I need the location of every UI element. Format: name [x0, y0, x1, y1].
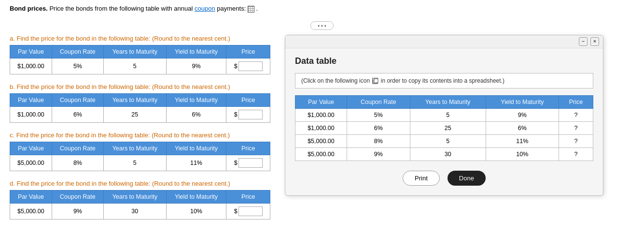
modal-cell-par_value: $5,000.00 [295, 134, 347, 147]
modal-cell-price: ? [559, 134, 593, 147]
modal-cell-price: ? [559, 147, 593, 161]
price-cell-b: $ [226, 106, 270, 122]
section-a-label: a. Find the price for the bond in the fo… [10, 35, 270, 42]
modal-cell-yield_to_maturity: 9% [486, 108, 559, 121]
modal-cell-coupon_rate: 5% [347, 108, 410, 121]
ellipsis-bar: • • • [10, 21, 634, 30]
modal-cell-price: ? [559, 121, 593, 134]
intro-text2: payments: [217, 5, 246, 12]
par-value-d: $5,000.00 [10, 203, 52, 219]
header-years-maturity-d: Years to Maturity [104, 190, 167, 203]
modal-cell-price: ? [559, 108, 593, 121]
intro-text: Price the bonds from the following table… [49, 5, 195, 12]
table-row: $5,000.008%511%? [295, 134, 593, 147]
years-maturity-a: 5 [104, 58, 167, 74]
modal-cell-years_to_maturity: 5 [410, 108, 486, 121]
table-row: $1,000.005%59%? [295, 108, 593, 121]
grid-icon[interactable] [248, 6, 254, 13]
modal-cell-coupon_rate: 9% [347, 147, 410, 161]
data-table-modal: − × Data table (Click on the following i… [285, 35, 603, 196]
price-input-b[interactable] [238, 110, 263, 119]
modal-header-coupon-rate: Coupon Rate [347, 95, 410, 108]
table-a: Par Value Coupon Rate Years to Maturity … [10, 45, 270, 74]
coupon-rate-d: 9% [52, 203, 103, 219]
par-value-a: $1,000.00 [10, 58, 52, 74]
modal-cell-years_to_maturity: 5 [410, 134, 486, 147]
copy-icon [372, 78, 378, 84]
section-d: d. Find the price for the bond in the fo… [10, 180, 270, 220]
modal-header-yield-maturity: Yield to Maturity [486, 95, 559, 108]
modal-cell-yield_to_maturity: 11% [486, 134, 559, 147]
data-table: Par Value Coupon Rate Years to Maturity … [295, 95, 593, 161]
years-maturity-c: 5 [104, 155, 167, 171]
header-par-value-d: Par Value [10, 190, 52, 203]
table-row: $5,000.009%3010%? [295, 147, 593, 161]
coupon-rate-a: 5% [52, 58, 103, 74]
table-c: Par Value Coupon Rate Years to Maturity … [10, 142, 270, 171]
section-c-label: c. Find the price for the bond in the fo… [10, 132, 270, 139]
header-yield-maturity-b: Yield to Maturity [166, 93, 226, 106]
coupon-rate-b: 6% [52, 106, 103, 122]
modal-cell-coupon_rate: 6% [347, 121, 410, 134]
modal-cell-par_value: $1,000.00 [295, 108, 347, 121]
par-value-c: $5,000.00 [10, 155, 52, 171]
modal-body: Data table (Click on the following icon … [285, 48, 603, 195]
header-yield-maturity-c: Yield to Maturity [166, 142, 226, 155]
modal-cell-par_value: $1,000.00 [295, 121, 347, 134]
intro-bold: Bond prices. [10, 5, 48, 12]
coupon-rate-c: 8% [52, 155, 103, 171]
header-years-maturity-b: Years to Maturity [104, 93, 167, 106]
header-coupon-rate-d: Coupon Rate [52, 190, 103, 203]
done-button[interactable]: Done [448, 171, 486, 186]
header-yield-maturity-a: Yield to Maturity [166, 45, 226, 58]
section-b: b. Find the price for the bond in the fo… [10, 83, 270, 123]
ellipsis-pill: • • • [310, 21, 334, 30]
modal-cell-par_value: $5,000.00 [295, 147, 347, 161]
modal-header-price: Price [559, 95, 593, 108]
main-layout: a. Find the price for the bond in the fo… [10, 35, 634, 228]
svg-rect-1 [374, 79, 378, 83]
table-b: Par Value Coupon Rate Years to Maturity … [10, 93, 270, 123]
price-input-d[interactable] [238, 206, 263, 216]
modal-overlay: − × Data table (Click on the following i… [285, 35, 603, 196]
modal-titlebar: − × [285, 35, 603, 48]
price-cell-d: $ [226, 203, 270, 219]
price-input-a[interactable] [238, 61, 263, 71]
price-input-c[interactable] [238, 158, 263, 168]
header-years-maturity-c: Years to Maturity [104, 142, 167, 155]
modal-cell-years_to_maturity: 25 [410, 121, 486, 134]
header-price-c: Price [226, 142, 270, 155]
header-coupon-rate-b: Coupon Rate [52, 93, 103, 106]
modal-header-years-maturity: Years to Maturity [410, 95, 486, 108]
years-maturity-b: 25 [104, 106, 167, 122]
section-d-label: d. Find the price for the bond in the fo… [10, 180, 270, 187]
coupon-link[interactable]: coupon [195, 5, 215, 12]
header-coupon-rate-c: Coupon Rate [52, 142, 103, 155]
modal-footer: Print Done [295, 171, 593, 186]
par-value-b: $1,000.00 [10, 106, 52, 122]
header-years-maturity-a: Years to Maturity [104, 45, 167, 58]
header-yield-maturity-d: Yield to Maturity [166, 190, 226, 203]
close-button[interactable]: × [590, 37, 599, 46]
table-row: $5,000.00 9% 30 10% $ [10, 203, 270, 219]
intro-paragraph: Bond prices. Price the bonds from the fo… [10, 5, 634, 13]
yield-maturity-d: 10% [166, 203, 226, 219]
price-cell-a: $ [226, 58, 270, 74]
left-panel: a. Find the price for the bond in the fo… [10, 35, 270, 228]
print-button[interactable]: Print [403, 171, 440, 186]
modal-cell-years_to_maturity: 30 [410, 147, 486, 161]
yield-maturity-b: 6% [166, 106, 226, 122]
modal-cell-yield_to_maturity: 10% [486, 147, 559, 161]
header-coupon-rate-a: Coupon Rate [52, 45, 103, 58]
section-a: a. Find the price for the bond in the fo… [10, 35, 270, 74]
modal-title: Data table [295, 56, 593, 66]
years-maturity-d: 30 [104, 203, 167, 219]
yield-maturity-c: 11% [166, 155, 226, 171]
modal-cell-yield_to_maturity: 6% [486, 121, 559, 134]
modal-cell-coupon_rate: 8% [347, 134, 410, 147]
minimize-button[interactable]: − [579, 37, 588, 46]
table-d: Par Value Coupon Rate Years to Maturity … [10, 190, 270, 220]
modal-header-par-value: Par Value [295, 95, 347, 108]
table-row: $1,000.00 5% 5 9% $ [10, 58, 270, 74]
table-row: $1,000.006%256%? [295, 121, 593, 134]
